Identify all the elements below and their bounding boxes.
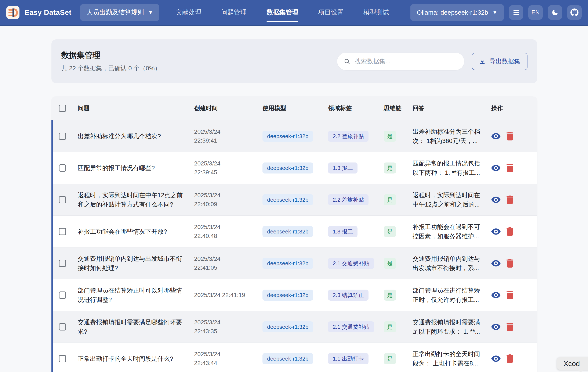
tab-project-settings[interactable]: 项目设置	[318, 0, 344, 25]
row-checkbox[interactable]	[59, 164, 66, 172]
github-icon	[570, 9, 578, 17]
tab-datasets[interactable]: 数据集管理	[266, 0, 298, 25]
app-logo-icon	[6, 6, 20, 19]
main-content: 数据集管理 共 22 个数据集，已确认 0 个（0%） 导出数据集	[52, 39, 537, 372]
delete-button[interactable]	[506, 132, 513, 141]
question-text: 匹配异常的报工情况有哪些?	[73, 163, 191, 173]
model-selector[interactable]: Ollama: deepseek-r1:32b ▼	[410, 4, 504, 21]
answer-text: 交通费报销填报时需要满足以下闭环要求： 1. **...	[410, 317, 489, 336]
view-button[interactable]	[491, 165, 501, 171]
cot-badge: 是	[384, 258, 396, 269]
delete-button[interactable]	[506, 227, 513, 236]
row-checkbox[interactable]	[59, 133, 66, 140]
table-body: 出差补助标准分为哪几个档次? 2025/3/2422:39:41 deepsee…	[52, 120, 537, 372]
page-header-text: 数据集管理 共 22 个数据集，已确认 0 个（0%）	[61, 50, 161, 73]
table-row[interactable]: 交通费报销填报时需要满足哪些闭环要求? 2025/3/2422:43:35 de…	[52, 311, 537, 343]
project-selector[interactable]: 人员出勤及结算规则 ▼	[80, 4, 159, 21]
row-checkbox[interactable]	[59, 228, 66, 235]
language-button[interactable]: EN	[528, 5, 543, 20]
delete-button[interactable]	[506, 196, 513, 204]
task-list-button[interactable]	[509, 5, 523, 20]
answer-text: 出差补助标准分为三个档次： 1档为360元/天，...	[410, 127, 489, 145]
column-header-actions: 操作	[489, 104, 537, 112]
delete-button[interactable]	[506, 354, 513, 363]
page-header-card: 数据集管理 共 22 个数据集，已确认 0 个（0%） 导出数据集	[52, 39, 537, 83]
nav-tabs: 文献处理 问题管理 数据集管理 项目设置 模型测试	[176, 0, 389, 25]
chevron-down-icon: ▼	[492, 10, 497, 15]
table-row[interactable]: 返程时，实际到达时间在中午12点之前和之后的补贴计算方式有什么不同? 2025/…	[52, 184, 537, 215]
row-checkbox[interactable]	[59, 323, 66, 330]
column-header-answer: 回答	[410, 104, 489, 112]
table-row[interactable]: 部门管理员在结算矫正时可以对哪些情况进行调整? 2025/3/24 22:41:…	[52, 279, 537, 311]
question-text: 交通费用报销单内到达与出发城市不衔接时如何处理?	[73, 254, 191, 273]
brand[interactable]: Easy DataSet	[6, 6, 71, 19]
answer-text: 匹配异常的报工情况包括以下两种： 1. **有报工...	[410, 159, 489, 177]
table-row[interactable]: 正常出勤打卡的全天时间段是什么? 2025/3/2422:43:44 deeps…	[52, 343, 537, 372]
view-button[interactable]	[491, 133, 501, 139]
navbar-right: Ollama: deepseek-r1:32b ▼ EN	[410, 4, 582, 21]
row-checkbox[interactable]	[59, 292, 66, 299]
column-header-model: 使用模型	[260, 104, 326, 112]
table-row[interactable]: 出差补助标准分为哪几个档次? 2025/3/2422:39:41 deepsee…	[52, 120, 537, 152]
created-time: 2025/3/2422:40:09	[191, 191, 260, 209]
column-header-created: 创建时间	[191, 104, 260, 112]
dataset-stats: 共 22 个数据集，已确认 0 个（0%）	[61, 64, 161, 73]
tab-model-test[interactable]: 模型测试	[363, 0, 389, 25]
dark-mode-button[interactable]	[548, 5, 562, 20]
tab-literature[interactable]: 文献处理	[176, 0, 201, 25]
cot-badge: 是	[384, 131, 396, 142]
search-input[interactable]	[355, 58, 457, 65]
table-header: 问题 创建时间 使用模型 领域标签 思维链 回答 操作	[52, 96, 537, 120]
trash-icon	[506, 323, 513, 331]
dock-tooltip: Xcod	[557, 357, 588, 370]
view-button[interactable]	[491, 197, 501, 203]
view-button[interactable]	[491, 260, 501, 266]
storage-icon	[512, 9, 520, 16]
row-actions	[489, 227, 537, 236]
cot-badge: 是	[384, 194, 396, 205]
created-time: 2025/3/2422:43:35	[191, 318, 260, 336]
search-box[interactable]	[337, 53, 464, 70]
export-dataset-button[interactable]: 导出数据集	[472, 53, 527, 70]
answer-text: 正常出勤打卡的全天时间段为： 上班打卡需在8...	[410, 349, 489, 368]
domain-tag-badge: 2.2 差旅补贴	[328, 131, 368, 142]
delete-button[interactable]	[506, 259, 513, 268]
answer-text: 返程时，实际到达时间在中午12点之前和之后的...	[410, 190, 489, 209]
created-time: 2025/3/2422:39:45	[191, 159, 260, 177]
navbar: Easy DataSet 人员出勤及结算规则 ▼ 文献处理 问题管理 数据集管理…	[0, 0, 588, 26]
dataset-table: 问题 创建时间 使用模型 领域标签 思维链 回答 操作 出差补助标准分为哪几个档…	[52, 96, 537, 372]
row-actions	[489, 259, 537, 268]
row-checkbox[interactable]	[59, 260, 66, 267]
view-button[interactable]	[491, 355, 501, 362]
tab-questions[interactable]: 问题管理	[221, 0, 247, 25]
view-button[interactable]	[491, 228, 501, 235]
question-text: 出差补助标准分为哪几个档次?	[73, 131, 191, 141]
row-actions	[489, 132, 537, 141]
domain-tag-badge: 2.1 交通费补贴	[328, 321, 374, 332]
view-button[interactable]	[491, 324, 501, 330]
domain-tag-badge: 1.3 报工	[328, 163, 357, 174]
table-row[interactable]: 匹配异常的报工情况有哪些? 2025/3/2422:39:45 deepseek…	[52, 152, 537, 184]
delete-button[interactable]	[506, 291, 513, 299]
model-badge: deepseek-r1:32b	[262, 321, 313, 332]
project-selector-label: 人员出勤及结算规则	[87, 8, 144, 17]
delete-button[interactable]	[506, 323, 513, 331]
chevron-down-icon: ▼	[148, 10, 153, 15]
domain-tag-badge: 2.1 交通费补贴	[328, 258, 374, 269]
delete-button[interactable]	[506, 164, 513, 172]
select-all-checkbox[interactable]	[59, 105, 66, 112]
eye-icon	[491, 228, 501, 235]
trash-icon	[506, 132, 513, 141]
cot-badge: 是	[384, 163, 396, 174]
row-actions	[489, 291, 537, 299]
row-checkbox[interactable]	[59, 355, 66, 362]
github-button[interactable]	[567, 5, 582, 20]
trash-icon	[506, 227, 513, 236]
trash-icon	[506, 354, 513, 363]
table-row[interactable]: 补报工功能会在哪些情况下开放? 2025/3/2422:40:48 deepse…	[52, 215, 537, 247]
row-checkbox[interactable]	[59, 196, 66, 203]
table-row[interactable]: 交通费用报销单内到达与出发城市不衔接时如何处理? 2025/3/2422:41:…	[52, 247, 537, 279]
question-text: 交通费报销填报时需要满足哪些闭环要求?	[73, 317, 191, 336]
question-text: 正常出勤打卡的全天时间段是什么?	[73, 354, 191, 363]
view-button[interactable]	[491, 292, 501, 298]
